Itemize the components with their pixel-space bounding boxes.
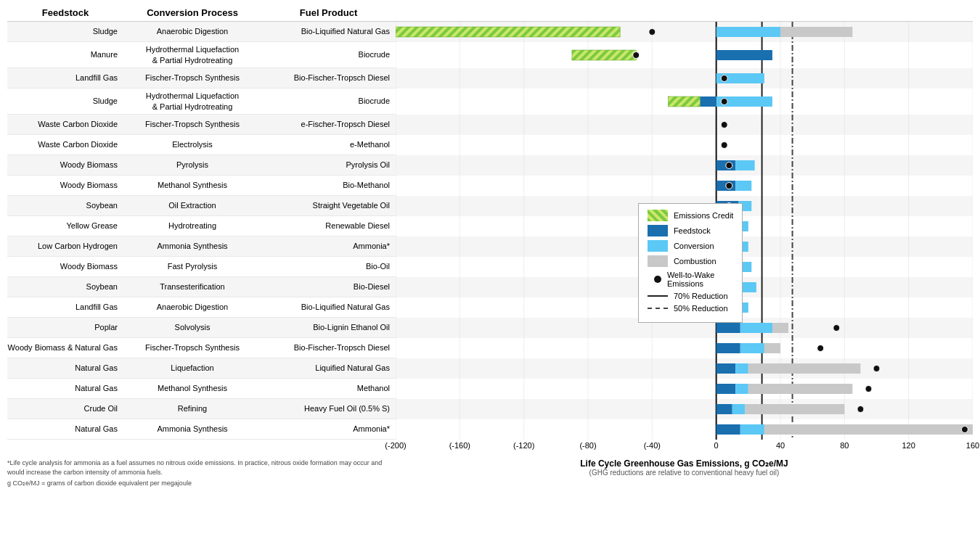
svg-rect-92 (732, 404, 746, 414)
axis-row: (-200)(-160)(-120)(-80)(-40)04080120160 (7, 440, 973, 454)
legend-label: 70% Reduction (674, 292, 728, 300)
svg-rect-3 (396, 42, 973, 68)
svg-point-41 (633, 52, 640, 59)
svg-rect-51 (735, 160, 755, 170)
legend-box: Emissions CreditFeedstockConversionCombu… (638, 203, 743, 323)
svg-point-49 (721, 142, 727, 149)
fuel-header: Fuel Product (261, 7, 396, 18)
cell-feedstock: Woody Biomass (7, 160, 123, 170)
cell-fuel: Bio-Methanol (261, 180, 396, 190)
cell-feedstock: Sludge (7, 26, 123, 36)
legend-item: Feedstock (648, 225, 734, 236)
svg-rect-36 (716, 27, 780, 37)
table-row: Natural GasAmmonia SynthesisAmmonia* (7, 419, 396, 440)
cell-process: Liquefaction (123, 363, 261, 373)
cell-feedstock: Woody Biomass (7, 180, 123, 190)
table-row: Woody BiomassFast PyrolysisBio-Oil (7, 257, 396, 277)
table-row: Yellow GreaseHydrotreatingRenewable Dies… (7, 216, 396, 236)
axis-label: 160 (958, 441, 980, 450)
footnote-2: g CO₂e/MJ = grams of carbon dioxide equi… (7, 479, 396, 488)
svg-rect-96 (740, 424, 764, 435)
cell-process: Anaerobic Digestion (123, 302, 261, 312)
axis-labels-container: (-200)(-160)(-120)(-80)(-40)04080120160 (396, 441, 973, 454)
left-columns: SludgeAnaerobic DigestionBio-Liquified N… (7, 22, 396, 440)
cell-feedstock: Woody Biomass & Natural Gas (7, 342, 123, 353)
x-axis-title: Life Cycle Greenhouse Gas Emissions, g C… (396, 458, 973, 469)
cell-fuel: Bio-Oil (261, 261, 396, 271)
svg-rect-93 (745, 404, 844, 414)
cell-fuel: Heavy Fuel Oil (0.5% S) (261, 403, 396, 413)
feedstock-header: Feedstock (7, 7, 123, 18)
table-row: Waste Carbon DioxideElectrolysise-Methan… (7, 135, 396, 155)
svg-rect-84 (735, 363, 748, 374)
cell-fuel: Bio-Fischer-Tropsch Diesel (261, 342, 396, 353)
cell-fuel: Methanol (261, 383, 396, 393)
legend-label: Feedstock (674, 226, 711, 235)
svg-rect-75 (716, 323, 740, 333)
cell-fuel: Liquified Natural Gas (261, 363, 396, 373)
cell-process: Hydrothermal Liquefaction& Partial Hydro… (123, 44, 261, 65)
svg-rect-4 (396, 68, 973, 89)
table-row: PoplarSolvolysisBio-Lignin Ethanol Oil (7, 318, 396, 338)
legend-item: Combustion (648, 255, 734, 267)
svg-rect-19 (396, 379, 973, 399)
svg-rect-85 (748, 363, 861, 374)
svg-rect-87 (716, 384, 736, 394)
axis-label: 80 (830, 441, 859, 450)
table-row: Natural GasMethanol SynthesisMethanol (7, 379, 396, 399)
cell-process: Oil Extraction (123, 200, 261, 210)
svg-rect-89 (748, 384, 853, 394)
legend-label: Conversion (674, 242, 714, 250)
axis-label: (-40) (637, 441, 666, 450)
svg-rect-8 (396, 155, 973, 176)
svg-rect-77 (772, 323, 788, 333)
cell-fuel: e-Fischer-Tropsch Diesel (261, 119, 396, 129)
cell-feedstock: Landfill Gas (7, 73, 123, 83)
axis-label: (-200) (381, 441, 410, 450)
cell-process: Pyrolysis (123, 160, 261, 170)
cell-feedstock: Sludge (7, 96, 123, 106)
svg-point-55 (726, 183, 732, 189)
table-row: SludgeHydrothermal Liquefaction& Partial… (7, 89, 396, 115)
axis-label: (-160) (445, 441, 474, 450)
cell-process: Hydrotreating (123, 221, 261, 231)
svg-rect-79 (716, 343, 740, 353)
svg-rect-18 (396, 358, 973, 379)
cell-fuel: Straight Vegetable Oil (261, 200, 396, 210)
cell-process: Anaerobic Digestion (123, 26, 261, 36)
table-row: Woody BiomassPyrolysisPyrolysis Oil (7, 155, 396, 176)
cell-fuel: Ammonia* (261, 241, 396, 251)
cell-feedstock: Natural Gas (7, 424, 123, 434)
svg-rect-97 (764, 424, 973, 435)
cell-feedstock: Soybean (7, 200, 123, 210)
cell-feedstock: Soybean (7, 281, 123, 292)
svg-rect-88 (735, 384, 748, 394)
cell-feedstock: Manure (7, 49, 123, 59)
cell-feedstock: Waste Carbon Dioxide (7, 139, 123, 149)
svg-rect-95 (716, 424, 740, 435)
axis-label: 40 (766, 441, 795, 450)
table-row: Natural GasLiquefactionLiquified Natural… (7, 358, 396, 379)
svg-rect-76 (740, 323, 772, 333)
legend-label: Combustion (674, 257, 716, 266)
svg-rect-81 (764, 343, 780, 353)
cell-feedstock: Crude Oil (7, 403, 123, 413)
table-row: Woody Biomass & Natural GasFischer-Trops… (7, 338, 396, 358)
table-row: SoybeanTransesterificationBio-Diesel (7, 277, 396, 297)
table-row: SoybeanOil ExtractionStraight Vegetable … (7, 196, 396, 216)
svg-rect-54 (735, 181, 751, 191)
header-row: Feedstock Conversion Process Fuel Produc… (7, 7, 973, 22)
svg-point-47 (721, 99, 727, 105)
svg-rect-83 (716, 363, 736, 374)
cell-fuel: Bio-Liquified Natural Gas (261, 302, 396, 312)
cell-process: Transesterification (123, 281, 261, 292)
table-row: Woody BiomassMethanol SynthesisBio-Metha… (7, 176, 396, 196)
table-row: SludgeAnaerobic DigestionBio-Liquified N… (7, 22, 396, 42)
cell-process: Fast Pyrolysis (123, 261, 261, 271)
dash-line-swatch (648, 308, 668, 309)
svg-point-38 (649, 29, 656, 36)
cell-process: Methanol Synthesis (123, 383, 261, 393)
cell-process: Fischer-Tropsch Synthesis (123, 119, 261, 129)
cell-fuel: Biocrude (261, 96, 396, 106)
svg-rect-7 (396, 135, 973, 155)
